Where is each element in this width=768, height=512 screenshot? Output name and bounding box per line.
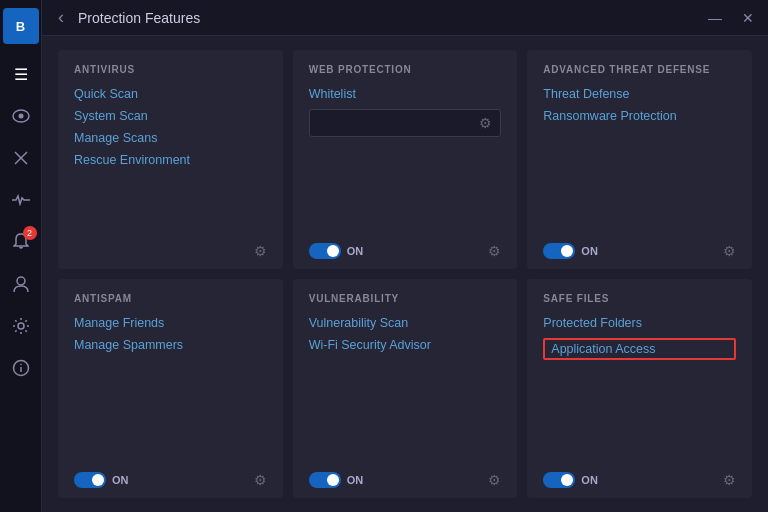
safe-toggle[interactable] [543,472,575,488]
card-threat-footer: ON ⚙ [543,235,736,259]
cards-grid: ANTIVIRUS Quick Scan System Scan Manage … [42,36,768,512]
card-vulnerability: VULNERABILITY Vulnerability Scan Wi-Fi S… [293,279,518,498]
sidebar-icon-eye[interactable] [3,98,39,134]
system-scan-link[interactable]: System Scan [74,109,267,123]
brand-logo[interactable]: B [3,8,39,44]
sidebar: B ☰ 2 [0,0,42,512]
card-vuln-footer: ON ⚙ [309,464,502,488]
card-antivirus: ANTIVIRUS Quick Scan System Scan Manage … [58,50,283,269]
card-antivirus-footer: ⚙ [74,235,267,259]
notification-badge: 2 [23,226,37,240]
safe-toggle-label: ON [581,474,598,486]
card-vuln-links: Vulnerability Scan Wi-Fi Security Adviso… [309,316,502,454]
card-safe-links: Protected Folders Application Access [543,316,736,454]
sidebar-icon-hamburger[interactable]: ☰ [3,56,39,92]
page-title: Protection Features [78,10,696,26]
web-gear-icon[interactable]: ⚙ [488,243,501,259]
safe-gear-icon[interactable]: ⚙ [723,472,736,488]
svg-point-1 [18,114,23,119]
threat-toggle-wrap: ON [543,243,598,259]
card-web-links: Whitelist ⚙ [309,87,502,225]
sidebar-icon-bell[interactable]: 2 [3,224,39,260]
card-antispam-links: Manage Friends Manage Spammers [74,316,267,454]
vuln-toggle-label: ON [347,474,364,486]
web-toggle-label: ON [347,245,364,257]
web-input-gear-icon[interactable]: ⚙ [479,115,492,131]
card-web-header: WEB PROTECTION [309,64,502,75]
minimize-button[interactable]: — [704,8,726,28]
antispam-toggle-label: ON [112,474,129,486]
card-web-footer: ON ⚙ [309,235,502,259]
window-controls: — ✕ [704,8,758,28]
sidebar-icon-user[interactable] [3,266,39,302]
application-access-link[interactable]: Application Access [543,338,736,360]
close-button[interactable]: ✕ [738,8,758,28]
card-threat-links: Threat Defense Ransomware Protection [543,87,736,225]
antivirus-gear-icon[interactable]: ⚙ [254,243,267,259]
manage-friends-link[interactable]: Manage Friends [74,316,267,330]
antispam-gear-icon[interactable]: ⚙ [254,472,267,488]
card-safe-files: SAFE FILES Protected Folders Application… [527,279,752,498]
sidebar-icon-tools[interactable] [3,140,39,176]
titlebar: ‹ Protection Features — ✕ [42,0,768,36]
web-toggle-wrap: ON [309,243,364,259]
card-safe-footer: ON ⚙ [543,464,736,488]
card-antispam-footer: ON ⚙ [74,464,267,488]
card-antivirus-header: ANTIVIRUS [74,64,267,75]
antispam-toggle-wrap: ON [74,472,129,488]
web-input-area: ⚙ [309,109,502,137]
sidebar-icon-activity[interactable] [3,182,39,218]
safe-toggle-wrap: ON [543,472,598,488]
card-antispam-header: ANTISPAM [74,293,267,304]
threat-toggle-label: ON [581,245,598,257]
vulnerability-scan-link[interactable]: Vulnerability Scan [309,316,502,330]
sidebar-icon-settings[interactable] [3,308,39,344]
rescue-environment-link[interactable]: Rescue Environment [74,153,267,167]
svg-point-8 [20,364,22,366]
card-safe-header: SAFE FILES [543,293,736,304]
threat-toggle[interactable] [543,243,575,259]
card-threat-header: ADVANCED THREAT DEFENSE [543,64,736,75]
ransomware-protection-link[interactable]: Ransomware Protection [543,109,736,123]
svg-point-4 [17,277,25,285]
protected-folders-link[interactable]: Protected Folders [543,316,736,330]
manage-scans-link[interactable]: Manage Scans [74,131,267,145]
svg-point-5 [18,323,24,329]
sidebar-icon-info[interactable] [3,350,39,386]
vuln-toggle-wrap: ON [309,472,364,488]
main-panel: ‹ Protection Features — ✕ ANTIVIRUS Quic… [42,0,768,512]
quick-scan-link[interactable]: Quick Scan [74,87,267,101]
threat-defense-link[interactable]: Threat Defense [543,87,736,101]
card-antivirus-links: Quick Scan System Scan Manage Scans Resc… [74,87,267,225]
card-advanced-threat: ADVANCED THREAT DEFENSE Threat Defense R… [527,50,752,269]
card-vuln-header: VULNERABILITY [309,293,502,304]
threat-gear-icon[interactable]: ⚙ [723,243,736,259]
manage-spammers-link[interactable]: Manage Spammers [74,338,267,352]
web-toggle[interactable] [309,243,341,259]
vuln-gear-icon[interactable]: ⚙ [488,472,501,488]
card-antispam: ANTISPAM Manage Friends Manage Spammers … [58,279,283,498]
antispam-toggle[interactable] [74,472,106,488]
card-web-protection: WEB PROTECTION Whitelist ⚙ ON ⚙ [293,50,518,269]
vuln-toggle[interactable] [309,472,341,488]
back-button[interactable]: ‹ [52,5,70,30]
wifi-advisor-link[interactable]: Wi-Fi Security Advisor [309,338,502,352]
whitelist-link[interactable]: Whitelist [309,87,502,101]
